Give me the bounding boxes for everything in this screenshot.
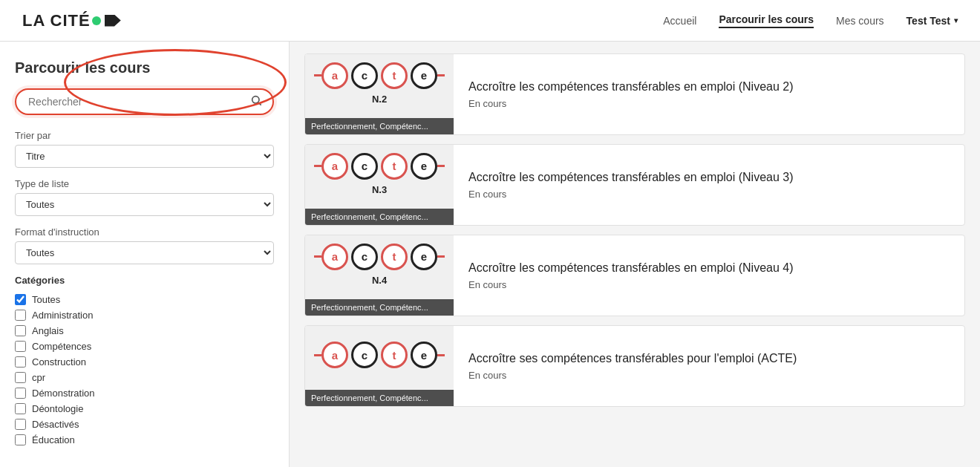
- category-label: Éducation: [32, 434, 75, 445]
- course-subtitle: Perfectionnement, Compétenc...: [305, 299, 454, 316]
- category-label: cpr: [32, 372, 45, 383]
- category-checkbox[interactable]: [15, 294, 26, 305]
- course-thumbnail: a c t e N.4 Perfectionnement, Compétenc.…: [305, 235, 454, 316]
- course-card[interactable]: a c t e Perfectionnement, Compétenc... A…: [304, 325, 965, 407]
- list-type-select[interactable]: Toutes: [15, 193, 274, 216]
- sidebar-title: Parcourir les cours: [15, 59, 274, 76]
- category-label: Déontologie: [32, 403, 83, 414]
- logo: LA CITÉ: [22, 11, 121, 30]
- category-item: cpr: [15, 370, 274, 385]
- category-checkbox[interactable]: [15, 388, 26, 399]
- svg-point-0: [252, 97, 259, 103]
- chevron-down-icon: ▾: [954, 16, 958, 25]
- sort-select[interactable]: Titre: [15, 145, 274, 168]
- course-thumbnail: a c t e Perfectionnement, Compétenc...: [305, 326, 454, 406]
- category-checkbox[interactable]: [15, 434, 26, 445]
- course-title: Accroître les compétences transférables …: [468, 80, 950, 94]
- level-badge: N.2: [372, 94, 387, 105]
- course-card[interactable]: a c t e N.3 Perfectionnement, Compétenc.…: [304, 144, 965, 226]
- course-info: Accroître les compétences transférables …: [454, 145, 964, 225]
- course-info: Accroître les compétences transférables …: [454, 54, 964, 134]
- category-label: Anglais: [32, 325, 64, 336]
- category-checkbox[interactable]: [15, 419, 26, 430]
- category-item: Compétences: [15, 339, 274, 354]
- category-checkbox[interactable]: [15, 356, 26, 368]
- nav-mes-cours[interactable]: Mes cours: [836, 15, 884, 27]
- user-name: Test Test: [906, 15, 950, 27]
- category-item: Administration: [15, 307, 274, 323]
- course-thumbnail: a c t e N.2 Perfectionnement, Compétenc.…: [305, 54, 454, 134]
- search-input[interactable]: [24, 93, 247, 111]
- search-icon: [250, 94, 262, 106]
- course-info: Accroître ses compétences transférables …: [454, 326, 964, 406]
- course-thumbnail: a c t e N.3 Perfectionnement, Compétenc.…: [305, 145, 454, 225]
- category-item: Éducation: [15, 432, 274, 448]
- acte-line: a c t e: [314, 342, 445, 368]
- course-card[interactable]: a c t e N.2 Perfectionnement, Compétenc.…: [304, 53, 965, 135]
- category-item: Déontologie: [15, 401, 274, 417]
- level-badge: N.3: [372, 184, 387, 195]
- main-layout: Parcourir les cours Trier par Titre Type…: [0, 42, 980, 467]
- category-item: Démonstration: [15, 385, 274, 401]
- category-item: Désactivés: [15, 417, 274, 432]
- sort-label: Trier par: [15, 130, 274, 141]
- logo-text: LA CITÉ: [22, 11, 91, 30]
- instruction-format-select[interactable]: Toutes: [15, 241, 274, 264]
- category-item: Anglais: [15, 323, 274, 339]
- course-subtitle: Perfectionnement, Compétenc...: [305, 118, 454, 134]
- course-list: a c t e N.2 Perfectionnement, Compétenc.…: [290, 42, 980, 467]
- main-nav: Accueil Parcourir les cours Mes cours Te…: [663, 13, 958, 28]
- acte-line: a c t e: [314, 62, 445, 89]
- category-label: Administration: [32, 310, 93, 321]
- user-menu[interactable]: Test Test ▾: [906, 15, 958, 27]
- course-title: Accroître les compétences transférables …: [468, 261, 950, 275]
- category-item: Construction: [15, 354, 274, 370]
- course-subtitle: Perfectionnement, Compétenc...: [305, 390, 454, 406]
- logo-shape-icon: [105, 15, 121, 27]
- course-info: Accroître les compétences transférables …: [454, 235, 964, 316]
- nav-parcourir[interactable]: Parcourir les cours: [719, 13, 814, 28]
- category-checkbox[interactable]: [15, 341, 26, 352]
- categories-list: ToutesAdministrationAnglaisCompétencesCo…: [15, 292, 274, 448]
- category-item: Toutes: [15, 292, 274, 307]
- search-button[interactable]: [247, 93, 265, 111]
- acte-line: a c t e: [314, 153, 445, 180]
- category-checkbox[interactable]: [15, 310, 26, 321]
- course-status: En cours: [468, 189, 950, 200]
- instruction-format-label: Format d'instruction: [15, 226, 274, 238]
- course-subtitle: Perfectionnement, Compétenc...: [305, 209, 454, 225]
- category-label: Toutes: [32, 294, 60, 305]
- svg-line-1: [258, 102, 261, 105]
- course-title: Accroître les compétences transférables …: [468, 171, 950, 184]
- category-checkbox[interactable]: [15, 372, 26, 383]
- category-label: Compétences: [32, 341, 91, 352]
- course-status: En cours: [468, 98, 950, 109]
- course-status: En cours: [468, 279, 950, 290]
- list-type-label: Type de liste: [15, 178, 274, 189]
- acte-line: a c t e: [314, 244, 445, 270]
- nav-accueil[interactable]: Accueil: [663, 15, 696, 27]
- categories-label: Catégories: [15, 275, 274, 286]
- search-wrapper: [15, 88, 274, 115]
- logo-dot-icon: [92, 16, 101, 25]
- course-title: Accroître ses compétences transférables …: [468, 352, 950, 365]
- course-status: En cours: [468, 370, 950, 381]
- level-badge: N.4: [372, 275, 387, 286]
- category-label: Désactivés: [32, 419, 79, 430]
- sidebar: Parcourir les cours Trier par Titre Type…: [0, 42, 290, 467]
- course-card[interactable]: a c t e N.4 Perfectionnement, Compétenc.…: [304, 235, 965, 316]
- category-checkbox[interactable]: [15, 403, 26, 414]
- category-label: Construction: [32, 356, 86, 368]
- category-checkbox[interactable]: [15, 325, 26, 336]
- header: LA CITÉ Accueil Parcourir les cours Mes …: [0, 0, 980, 42]
- category-label: Démonstration: [32, 388, 95, 399]
